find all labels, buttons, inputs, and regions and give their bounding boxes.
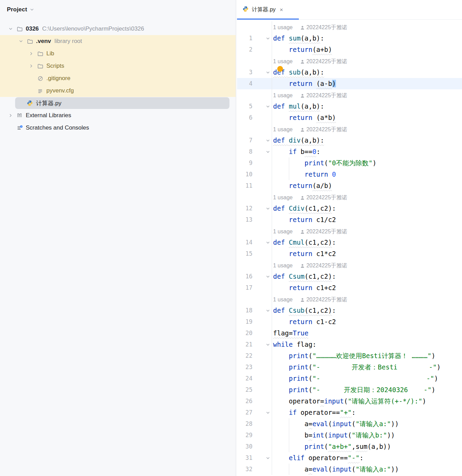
fold-arrow-icon[interactable] [253,407,272,418]
author-hint[interactable]: 20224225于雅诺 [306,58,347,64]
tree-item-lib[interactable]: Lib [0,47,236,60]
code-text[interactable]: def Csub(c1,c2): [272,305,462,316]
code-text[interactable]: def sum(a,b): [272,33,462,44]
author-hint[interactable]: 20224225于雅诺 [306,92,347,98]
chevron-down-icon[interactable] [6,24,15,33]
code-editor[interactable]: 1 usage20224225于雅诺1def sum(a,b):2 return… [237,20,462,475]
fold-arrow-icon[interactable] [253,135,272,146]
tree-item-gitignore[interactable]: .gitignore [0,72,236,85]
code-text[interactable]: def Csum(c1,c2): [272,271,462,282]
token: return [289,216,316,223]
author-hint[interactable]: 20224225于雅诺 [306,24,347,30]
code-text[interactable]: 1 usage20224225于雅诺 [272,294,462,305]
code-text[interactable]: if b==0: [272,146,462,157]
chevron-right-icon[interactable] [27,62,36,70]
code-text[interactable]: return(a/b) [272,180,462,191]
fold-arrow-icon[interactable] [253,101,272,112]
code-text[interactable]: print("- -") [272,373,462,384]
token: (c1,c2) [305,307,332,314]
code-text[interactable]: 1 usage20224225于雅诺 [272,259,462,271]
code-text[interactable]: return 0 [272,169,462,180]
code-line-3: 3def sub(a,b): [237,67,462,78]
author-hint[interactable]: 20224225于雅诺 [306,126,347,132]
chevron-down-icon[interactable] [16,37,25,46]
code-text[interactable]: print("a+b+",sum(a,b)) [272,441,462,452]
token: (a,b) [301,34,320,42]
tree-item-calculator-py[interactable]: 计算器.py [0,97,236,109]
token: mul [289,102,301,110]
fold-arrow-icon[interactable] [253,67,272,78]
code-text[interactable]: 1 usage20224225于雅诺 [272,55,462,67]
usage-count-hint[interactable]: 1 usage [273,126,293,132]
tree-item-pyvenv-cfg[interactable]: pyvenv.cfg [0,85,236,97]
code-text[interactable]: a=eval(input("请输入a:")) [272,464,462,475]
chevron-right-icon[interactable] [27,49,36,58]
code-text[interactable]: return c1*c2 [272,248,462,259]
line-number [237,123,253,135]
code-text[interactable]: operator=input("请输入运算符(+-*/):") [272,396,462,407]
token: : [320,136,324,144]
code-text[interactable]: print("- 开发日期：20240326 -") [272,384,462,396]
tree-item-root[interactable]: 0326C:\Users\lenovo\PycharmProjects\0326 [0,23,236,35]
code-text[interactable]: def div(a,b): [272,135,462,146]
code-text[interactable]: return c1-c2 [272,316,462,328]
fold-arrow-icon[interactable] [253,305,272,316]
code-text[interactable]: return c1+c2 [272,282,462,294]
usage-count-hint[interactable]: 1 usage [273,92,293,98]
code-text[interactable]: while flag: [272,339,462,350]
code-text[interactable]: flag=True [272,328,462,339]
fold-arrow-icon[interactable] [253,339,272,350]
code-text[interactable]: 1 usage20224225于雅诺 [272,191,462,203]
code-text[interactable]: a=eval(input("请输入a:")) [272,418,462,430]
close-icon[interactable]: × [280,7,283,13]
editor-tab[interactable]: 计算器.py × [237,0,289,19]
fold-arrow-icon[interactable] [253,203,272,214]
editor: 计算器.py × 1 usage20224225于雅诺1def sum(a,b)… [237,0,462,476]
author-hint[interactable]: 20224225于雅诺 [306,297,347,302]
usage-count-hint[interactable]: 1 usage [273,263,293,268]
code-text[interactable]: b=int(input("请输入b:")) [272,430,462,441]
tree-item-scripts[interactable]: Scripts [0,60,236,72]
code-text[interactable]: if operator=="+": [272,407,462,418]
token: return [289,250,316,257]
author-hint[interactable]: 20224225于雅诺 [306,195,347,200]
usage-count-hint[interactable]: 1 usage [273,229,293,234]
code-text[interactable]: def mul(a,b): [272,101,462,112]
token: ( [308,386,312,394]
code-text[interactable]: print("- 开发者：Besti -") [272,362,462,373]
code-text[interactable]: return c1/c2 [272,214,462,225]
code-text[interactable]: def Cmul(c1,c2): [272,237,462,248]
code-text[interactable]: return (a-b) [272,78,462,89]
chevron-right-icon[interactable] [6,111,15,120]
token [273,148,289,155]
fold-arrow-icon[interactable] [253,237,272,248]
code-text[interactable]: def Cdiv(c1,c2): [272,203,462,214]
author-hint[interactable]: 20224225于雅诺 [306,263,347,268]
code-text[interactable]: return(a+b) [272,44,462,55]
chevron-down-icon[interactable] [30,7,34,12]
fold-arrow-icon[interactable] [253,146,272,157]
usage-count-hint[interactable]: 1 usage [273,297,293,302]
tree-item-external-libraries[interactable]: External Libraries [0,109,236,122]
code-text[interactable]: elif operator=="-": [272,452,462,464]
usage-count-hint[interactable]: 1 usage [273,58,293,64]
code-text[interactable]: 1 usage20224225于雅诺 [272,123,462,135]
usage-count-hint[interactable]: 1 usage [273,195,293,200]
code-text[interactable]: 1 usage20224225于雅诺 [272,225,462,237]
code-text[interactable]: 1 usage20224225于雅诺 [272,89,462,101]
code-text[interactable]: return (a*b) [272,112,462,123]
gutter-spacer [253,191,272,203]
token: ( [352,420,356,428]
tree-item-venv[interactable]: .venvlibrary root [0,35,236,47]
code-text[interactable]: print("0不能为除数") [272,157,462,169]
fold-arrow-icon[interactable] [253,271,272,282]
code-text[interactable]: 1 usage20224225于雅诺 [272,21,462,33]
code-text[interactable]: def sub(a,b): [272,67,462,78]
fold-arrow-icon[interactable] [253,452,272,464]
fold-arrow-icon[interactable] [253,33,272,44]
usage-count-hint[interactable]: 1 usage [273,24,293,30]
intention-indicator-dot[interactable] [277,66,283,72]
author-hint[interactable]: 20224225于雅诺 [306,229,347,234]
tree-item-scratches[interactable]: Scratches and Consoles [0,122,236,134]
code-text[interactable]: print("……………欢迎使用Besti计算器！ …………") [272,350,462,362]
